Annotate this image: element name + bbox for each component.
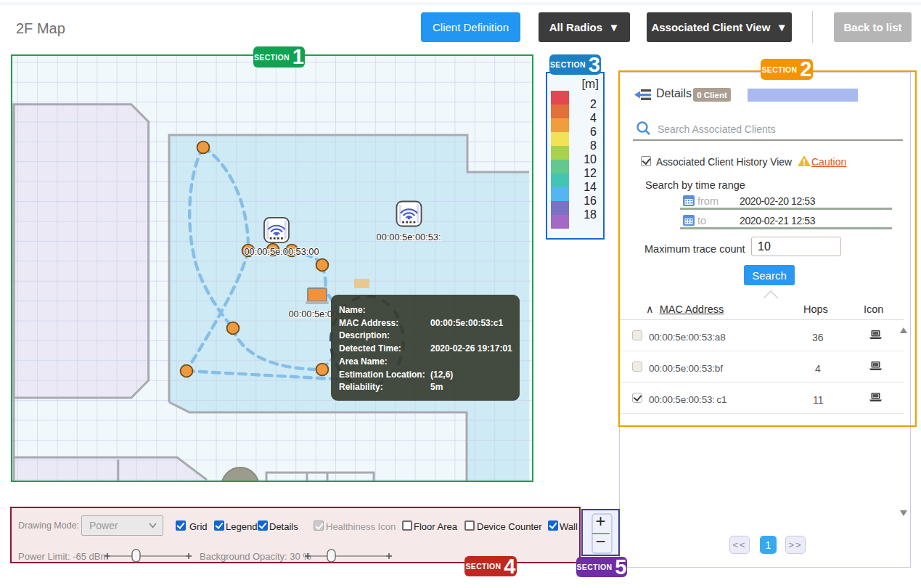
svg-text:00:00:5e:00:53:00: 00:00:5e:00:53:00 bbox=[244, 246, 319, 257]
svg-text:00:00:5e:00:53:: 00:00:5e:00:53: bbox=[377, 232, 441, 242]
